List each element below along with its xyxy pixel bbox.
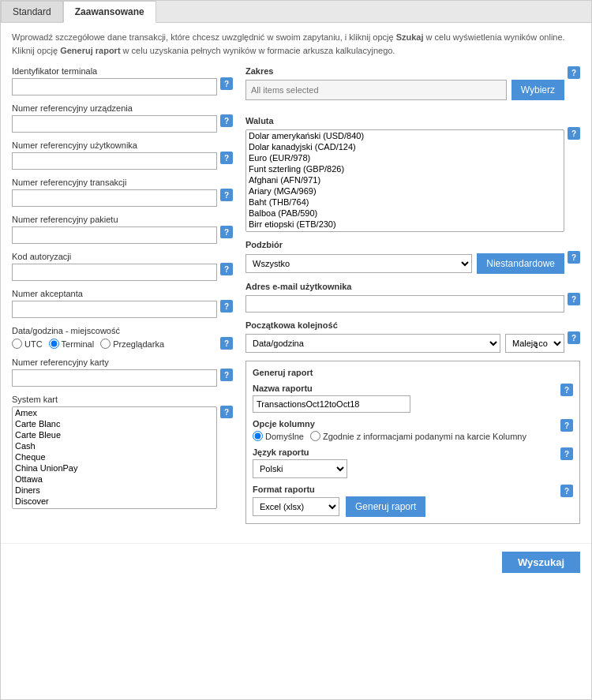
card-ref-group: Numer referencyjny karty ? bbox=[12, 357, 233, 387]
email-label: Adres e-mail użytkownika bbox=[245, 282, 564, 291]
kolejnosc-select1[interactable]: Data/godzina bbox=[245, 334, 500, 353]
auth-code-label: Kod autoryzacji bbox=[12, 252, 217, 261]
acceptant-num-label: Numer akceptanta bbox=[12, 289, 217, 298]
package-ref-input[interactable] bbox=[12, 226, 217, 244]
email-group: Adres e-mail użytkownika ? bbox=[245, 282, 580, 313]
report-box-title: Generuj raport bbox=[253, 368, 573, 377]
generuj-raport-button[interactable]: Generuj raport bbox=[346, 496, 425, 517]
terminal-id-input[interactable] bbox=[12, 78, 217, 95]
user-ref-label: Numer referencyjny użytkownika bbox=[12, 140, 217, 150]
report-name-input[interactable] bbox=[253, 395, 410, 413]
auth-code-input[interactable] bbox=[12, 264, 217, 281]
card-systems-listbox[interactable]: AmexCarte BlancCarte BleueCashChequeChin… bbox=[12, 406, 217, 509]
podzbior-label: Podzbiór bbox=[245, 240, 564, 249]
email-help-icon[interactable]: ? bbox=[568, 293, 580, 305]
language-section: Język raportu Polski ? bbox=[253, 447, 573, 478]
date-help-icon[interactable]: ? bbox=[220, 337, 233, 350]
waluta-label: Waluta bbox=[245, 116, 564, 125]
transaction-ref-input[interactable] bbox=[12, 189, 217, 207]
report-name-label: Nazwa raportu bbox=[253, 384, 557, 393]
radio-przegladarka-label: Przeglądarka bbox=[113, 339, 164, 349]
card-systems-help-icon[interactable]: ? bbox=[220, 406, 233, 418]
card-ref-input[interactable] bbox=[12, 369, 217, 387]
language-help-icon[interactable]: ? bbox=[560, 447, 573, 460]
tab-standard[interactable]: Standard bbox=[1, 1, 63, 22]
acceptant-num-input[interactable] bbox=[12, 301, 217, 318]
radio-domyslne-input[interactable] bbox=[253, 431, 263, 441]
column-options-help-icon[interactable]: ? bbox=[560, 419, 573, 432]
card-ref-help-icon[interactable]: ? bbox=[220, 369, 233, 381]
radio-zgodnie-input[interactable] bbox=[310, 431, 320, 441]
bottom-bar: Wyszukaj bbox=[1, 543, 591, 581]
language-select[interactable]: Polski bbox=[253, 459, 347, 478]
format-help-icon[interactable]: ? bbox=[560, 485, 573, 497]
card-systems-label: System kart bbox=[12, 395, 217, 404]
radio-terminal-label: Terminal bbox=[62, 339, 95, 349]
report-name-section: Nazwa raportu ? bbox=[253, 384, 573, 413]
card-ref-label: Numer referencyjny karty bbox=[12, 357, 217, 367]
column-options-row: Domyślne Zgodnie z informacjami podanymi… bbox=[253, 431, 557, 441]
radio-terminal[interactable]: Terminal bbox=[49, 339, 95, 349]
radio-utc-input[interactable] bbox=[12, 339, 22, 349]
language-label: Język raportu bbox=[253, 447, 557, 457]
kolejnosc-help-icon[interactable]: ? bbox=[568, 331, 580, 344]
terminal-id-help-icon[interactable]: ? bbox=[220, 77, 233, 90]
auth-code-help-icon[interactable]: ? bbox=[220, 263, 233, 275]
radio-przegladarka-input[interactable] bbox=[100, 339, 111, 349]
radio-utc[interactable]: UTC bbox=[12, 339, 43, 349]
format-label: Format raportu bbox=[253, 485, 557, 494]
left-column: Identyfikator terminala ? Numer referenc… bbox=[12, 66, 233, 524]
report-box: Generuj raport Nazwa raportu ? bbox=[245, 361, 580, 524]
radio-utc-label: UTC bbox=[24, 339, 43, 349]
radio-domyslne[interactable]: Domyślne bbox=[253, 431, 304, 441]
waluta-help-icon[interactable]: ? bbox=[568, 127, 580, 140]
zakres-label: Zakres bbox=[245, 66, 564, 76]
package-ref-help-icon[interactable]: ? bbox=[220, 226, 233, 238]
column-options-section: Opcje kolumny Domyślne Zgodnie z informa… bbox=[253, 419, 573, 441]
transaction-ref-help-icon[interactable]: ? bbox=[220, 189, 233, 201]
tab-zaawansowane[interactable]: Zaawansowane bbox=[63, 1, 156, 23]
radio-domyslne-label: Domyślne bbox=[265, 432, 304, 441]
device-ref-help-icon[interactable]: ? bbox=[220, 114, 233, 127]
date-field-group: Data/godzina - miejscowość UTC Terminal bbox=[12, 326, 233, 350]
podzbior-help-icon[interactable]: ? bbox=[568, 251, 580, 264]
acceptant-num-group: Numer akceptanta ? bbox=[12, 289, 233, 318]
radio-zgodnie[interactable]: Zgodnie z informacjami podanymi na karci… bbox=[310, 431, 526, 441]
terminal-id-label: Identyfikator terminala bbox=[12, 66, 217, 76]
kolejnosc-select2[interactable]: Maleją̨co bbox=[505, 334, 564, 353]
email-input[interactable] bbox=[245, 295, 564, 313]
zakres-input[interactable] bbox=[245, 80, 507, 100]
auth-code-group: Kod autoryzacji ? bbox=[12, 252, 233, 281]
waluta-listbox[interactable]: Dolar amerykański (USD/840)Dolar kanadyj… bbox=[245, 129, 564, 232]
terminal-id-group: Identyfikator terminala ? bbox=[12, 66, 233, 95]
podzbior-select[interactable]: Wszystko bbox=[245, 254, 472, 273]
user-ref-group: Numer referencyjny użytkownika ? bbox=[12, 140, 233, 170]
radio-terminal-input[interactable] bbox=[49, 339, 59, 349]
right-column: Zakres Wybierz ? Waluta bbox=[245, 66, 580, 524]
zakres-help-icon[interactable]: ? bbox=[568, 66, 580, 79]
zakres-wybierz-button[interactable]: Wybierz bbox=[511, 80, 564, 100]
acceptant-num-help-icon[interactable]: ? bbox=[220, 300, 233, 313]
radio-przegladarka[interactable]: Przeglądarka bbox=[100, 339, 164, 349]
report-name-help-icon[interactable]: ? bbox=[560, 384, 573, 396]
user-ref-help-icon[interactable]: ? bbox=[220, 152, 233, 164]
format-select[interactable]: Excel (xlsx) bbox=[253, 497, 339, 516]
kolejnosc-group: Początkowa kolejność Data/godzina Maleją… bbox=[245, 320, 580, 353]
package-ref-group: Numer referencyjny pakietu ? bbox=[12, 215, 233, 244]
device-ref-label: Numer referencyjny urządzenia bbox=[12, 103, 217, 113]
user-ref-input[interactable] bbox=[12, 152, 217, 170]
podzbior-row: Wszystko Niestandardowe bbox=[245, 253, 564, 274]
device-ref-group: Numer referencyjny urządzenia ? bbox=[12, 103, 233, 133]
waluta-group: Waluta Dolar amerykański (USD/840)Dolar … bbox=[245, 116, 580, 232]
transaction-ref-group: Numer referencyjny transakcji ? bbox=[12, 178, 233, 207]
kolejnosc-label: Początkowa kolejność bbox=[245, 320, 564, 330]
radio-zgodnie-label: Zgodnie z informacjami podanymi na karci… bbox=[323, 432, 526, 441]
zakres-row: Wybierz bbox=[245, 80, 564, 100]
search-button[interactable]: Wyszukaj bbox=[502, 552, 580, 573]
device-ref-input[interactable] bbox=[12, 115, 217, 133]
info-text: Wprowadź szczegółowe dane transakcji, kt… bbox=[12, 31, 580, 57]
podzbior-group: Podzbiór Wszystko Niestandardowe ? bbox=[245, 240, 580, 274]
column-options-label: Opcje kolumny bbox=[253, 419, 557, 429]
podzbior-niestandardowe-button[interactable]: Niestandardowe bbox=[477, 253, 564, 274]
date-field-label: Data/godzina - miejscowość bbox=[12, 326, 217, 335]
